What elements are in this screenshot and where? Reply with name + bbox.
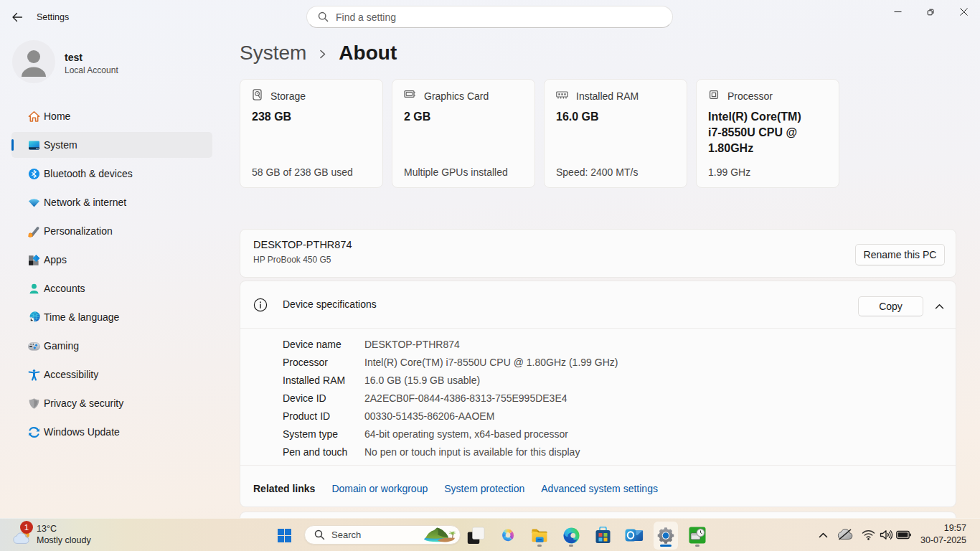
taskbar-search[interactable]: Search [304,525,461,545]
divider [240,465,956,466]
sidebar-item-personalization[interactable]: Personalization [11,218,212,244]
back-arrow-icon [11,11,23,23]
device-name: DESKTOP-PTHR874 [253,239,352,250]
sidebar-item-label: Gaming [44,340,79,352]
close-button[interactable] [947,0,980,24]
personalization-icon [28,225,40,237]
link-domain-or-workgroup[interactable]: Domain or workgroup [331,483,428,494]
sidebar-item-home[interactable]: Home [11,103,212,129]
person-icon [12,40,55,83]
battery-icon [896,530,911,540]
chevron-up-icon[interactable] [935,302,944,311]
minimize-button[interactable] [881,0,914,24]
task-view-icon [467,527,485,545]
spec-value: No pen or touch input is available for t… [364,446,580,458]
sidebar-item-windows-update[interactable]: Windows Update [11,419,212,445]
tile-footer: Multiple GPUs installed [404,166,508,178]
weather-widget[interactable]: 1 13°C Mostly cloudy [0,519,108,551]
microsoft-store-button[interactable] [591,524,614,547]
outlook-button[interactable] [623,524,646,547]
sidebar-item-label: Apps [44,254,67,265]
close-icon [960,8,968,16]
link-advanced-system-settings[interactable]: Advanced system settings [541,483,658,494]
processor-icon [708,89,720,103]
breadcrumb-about: About [339,42,397,65]
copilot-button[interactable] [496,524,519,547]
weather-condition: Mostly cloudy [37,535,91,545]
disk-tool-icon [689,527,706,544]
sidebar-item-privacy-security[interactable]: Privacy & security [11,390,212,416]
sidebar-item-apps[interactable]: Apps [11,247,212,273]
edge-button[interactable] [560,524,583,547]
spec-value: Intel(R) Core(TM) i7-8550U CPU @ 1.80GHz… [364,357,618,368]
spec-row-product-id: Product ID00330-51435-86206-AAOEM [283,407,618,425]
home-icon [28,110,40,123]
copy-button[interactable]: Copy [858,296,923,316]
user-account[interactable]: test Local Account [12,40,213,85]
tile-storage: Storage238 GB58 GB of 238 GB used [240,79,383,188]
sidebar-item-label: System [44,139,77,151]
sidebar-item-label: Bluetooth & devices [44,168,133,179]
sidebar-item-system[interactable]: System [11,132,212,158]
installed-ram-icon [556,90,568,103]
disk-tool-button[interactable] [686,524,709,547]
sidebar-item-label: Windows Update [44,426,120,438]
tile-footer: 58 GB of 238 GB used [252,166,353,178]
search-input[interactable]: Find a setting [306,6,673,28]
gaming-icon [28,340,40,352]
spec-value: 00330-51435-86206-AAOEM [364,410,494,422]
user-account-type: Local Account [65,65,118,75]
start-button[interactable] [273,524,296,547]
windows-update-icon [28,426,40,438]
microsoft-store-icon [595,527,611,544]
clock[interactable]: 19:57 30-07-2025 [920,522,966,547]
app-title: Settings [37,12,69,22]
tile-title: Processor [727,90,773,102]
volume-button[interactable] [880,529,893,540]
device-specifications-header[interactable]: Device specifications Copy [240,281,956,328]
sidebar-item-label: Privacy & security [44,397,123,409]
sidebar-item-bluetooth-devices[interactable]: Bluetooth & devices [11,161,212,187]
search-highlight-image [422,526,458,544]
battery-button[interactable] [896,530,911,540]
restore-button[interactable] [914,0,947,24]
spec-row-pen-and-touch: Pen and touchNo pen or touch input is av… [283,443,618,461]
sidebar-item-label: Accounts [44,283,85,294]
tile-value: 16.0 GB [556,109,658,125]
breadcrumb-system[interactable]: System [240,42,306,65]
sidebar-item-time-language[interactable]: Time & language [11,304,212,330]
sidebar-item-label: Time & language [44,311,119,323]
outlook-icon [625,527,644,544]
tile-title: Installed RAM [576,90,639,102]
spec-table: Device nameDESKTOP-PTHR874ProcessorIntel… [283,335,618,461]
minimize-icon [894,8,902,16]
sidebar-item-accessibility[interactable]: Accessibility [11,362,212,387]
onedrive-button[interactable] [837,529,853,540]
bluetooth-devices-icon [28,168,40,180]
wifi-button[interactable] [862,529,875,540]
search-placeholder: Find a setting [336,11,396,23]
wifi-icon [862,529,875,540]
link-system-protection[interactable]: System protection [444,483,524,494]
sidebar-item-label: Home [44,110,70,122]
related-links-label: Related links [253,483,315,494]
notification-badge: 1 [20,521,33,534]
breadcrumb: System About [240,42,397,65]
back-button[interactable] [7,7,27,27]
rename-pc-button[interactable]: Rename this PC [855,244,945,265]
tile-footer: 1.99 GHz [708,166,750,178]
accounts-icon [28,283,40,295]
system-icon [28,139,40,151]
sidebar-item-accounts[interactable]: Accounts [11,276,212,301]
task-view-button[interactable] [464,524,487,547]
settings-app-button[interactable] [654,524,677,547]
file-explorer-button[interactable] [528,524,551,547]
edge-icon [562,527,580,545]
search-icon [318,11,329,22]
running-indicator [695,545,699,547]
tray-chevron-button[interactable] [819,532,828,539]
sidebar-item-network-internet[interactable]: Network & internet [11,189,212,215]
tile-title: Graphics Card [424,90,489,102]
sidebar-item-gaming[interactable]: Gaming [11,333,212,359]
windows-logo-icon [277,528,292,543]
